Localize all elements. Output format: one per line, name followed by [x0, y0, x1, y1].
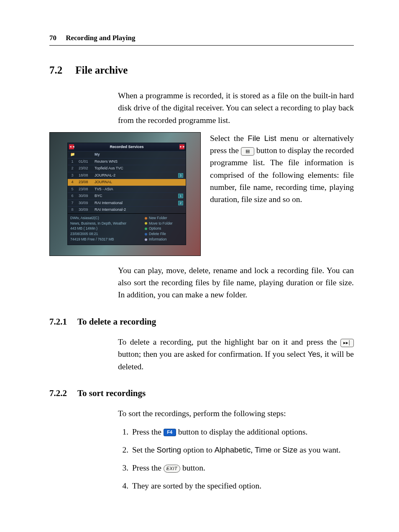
- recorded-services-screenshot: ◄◄ Recorded Services ►► 📁 My 101/01Reute…: [49, 132, 201, 256]
- step-3: Press the EXIT button.: [130, 462, 354, 474]
- rewind-icon: ◄◄: [69, 144, 74, 149]
- section-heading-7-2-2: 7.2.2 To sort recordings: [49, 387, 354, 400]
- running-title: Recording and Playing: [66, 34, 135, 42]
- red-dot-icon: [145, 217, 147, 220]
- green-dot-icon: [145, 228, 147, 230]
- list-item: 101/01Reuters WNS: [68, 158, 186, 165]
- option-time: Time: [255, 445, 271, 454]
- yellow-dot-icon: [145, 222, 147, 225]
- option-size: Size: [282, 445, 297, 454]
- f4-button-icon: F4: [164, 429, 176, 436]
- osd-file-list: 📁 My 101/01Reuters WNS 223/02Topfield Au…: [68, 151, 186, 213]
- running-header: 70 Recording and Playing: [49, 33, 354, 46]
- sec72-intro: When a programme is recorded, it is stor…: [118, 90, 354, 126]
- step-1: Press the F4 button to display the addit…: [130, 426, 354, 438]
- menu-file-list: File List: [248, 134, 276, 143]
- section-heading-7-2: 7.2 File archive: [49, 62, 354, 78]
- white-dot-icon: [145, 238, 147, 241]
- section-heading-7-2-1: 7.2.1 To delete a recording: [49, 315, 354, 329]
- osd-title: ◄◄ Recorded Services ►►: [68, 143, 186, 151]
- forward-icon: ►►: [179, 144, 184, 149]
- step-2: Set the Sorting option to Alphabetic, Ti…: [130, 444, 354, 456]
- confirm-yes-label: Yes: [308, 350, 320, 358]
- list-item: 730/09RAI International2: [68, 200, 186, 207]
- option-alphabetic: Alphabetic: [215, 445, 251, 454]
- list-item: 630/09BYC1: [68, 193, 186, 200]
- file-list-button-icon: ▤: [241, 147, 254, 156]
- option-sorting: Sorting: [157, 445, 182, 454]
- list-item: 830/09RAI International-2: [68, 207, 186, 213]
- list-item: 523/08TV5 - ASIA: [68, 186, 186, 193]
- sec72-side-paragraph: Select the File List menu or alternative…: [210, 132, 354, 206]
- list-item: 📁 My: [68, 151, 186, 159]
- sec722-intro: To sort the recordings, perform the foll…: [118, 407, 354, 419]
- sort-steps-list: Press the F4 button to display the addit…: [118, 426, 354, 492]
- sec72-para2: You can play, move, delete, rename and l…: [118, 264, 354, 301]
- osd-info-panel: DWtv, Asiasat2(C) News, Business, In Dep…: [68, 213, 186, 245]
- list-item: 318/08JOURNAL-23: [68, 172, 186, 179]
- blue-dot-icon: [145, 233, 147, 235]
- list-item: 223/02Topfield Aus TVC: [68, 165, 186, 172]
- step-4: They are sorted by the specified option.: [130, 480, 354, 492]
- page-number: 70: [49, 34, 56, 42]
- folder-icon: 📁: [68, 151, 77, 159]
- exit-button-icon: EXIT: [164, 465, 180, 473]
- list-item-selected: 423/08JOURNAL: [68, 179, 186, 186]
- skip-forward-button-icon: ▸▸│: [340, 339, 354, 347]
- osd-panel: ◄◄ Recorded Services ►► 📁 My 101/01Reute…: [67, 143, 186, 245]
- sec721-paragraph: To delete a recording, put the highlight…: [118, 336, 354, 373]
